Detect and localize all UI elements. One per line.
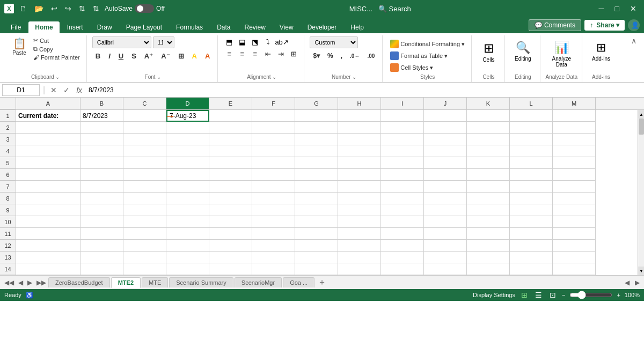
analyze-data-btn[interactable]: 📊 AnalyzeData [548,39,576,70]
addins-btn[interactable]: ⊞ Add-ins [588,39,614,64]
cell-m1[interactable] [553,110,596,122]
tab-data[interactable]: Data [210,21,237,33]
cancel-formula-btn[interactable]: ✕ [48,85,59,95]
zoom-slider[interactable] [569,291,612,299]
cell-b11[interactable] [80,228,123,240]
cell-e1[interactable] [209,110,252,122]
cell-m13[interactable] [553,252,596,263]
comments-btn[interactable]: 💬 Comments [529,19,581,31]
currency-btn[interactable]: $▾ [310,50,323,62]
cell-g7[interactable] [295,181,338,193]
paste-btn[interactable]: 📋 Paste [9,36,30,57]
align-right-btn[interactable]: ≡ [249,48,261,59]
cell-l13[interactable] [510,252,553,263]
cell-g9[interactable] [295,204,338,216]
cell-j12[interactable] [424,240,467,252]
qat-new-btn[interactable]: 🗋 [17,3,29,14]
cut-btn[interactable]: ✂ Cut [31,36,82,45]
scroll-track[interactable] [638,119,644,267]
cell-j6[interactable] [424,169,467,181]
formula-input[interactable]: 8/7/2023 [86,85,642,95]
row-header-10[interactable]: 10 [0,216,16,228]
cell-c9[interactable] [123,204,166,216]
cell-b14[interactable] [80,263,123,275]
cell-a6[interactable] [16,169,80,181]
align-left-btn[interactable]: ≡ [223,48,235,59]
cell-b13[interactable] [80,252,123,263]
cell-e10[interactable] [209,216,252,228]
cell-c8[interactable] [123,193,166,204]
cell-c3[interactable] [123,134,166,145]
increase-indent-btn[interactable]: ⇥ [275,48,287,59]
cell-l1[interactable] [510,110,553,122]
cell-k6[interactable] [467,169,510,181]
cell-i13[interactable] [381,252,424,263]
cell-a8[interactable] [16,193,80,204]
cell-e4[interactable] [209,145,252,157]
cell-k10[interactable] [467,216,510,228]
cell-i12[interactable] [381,240,424,252]
sheet-tab-mte[interactable]: MTE [142,277,168,287]
autosave-toggle[interactable]: AutoSave Off [105,4,165,13]
font-expand-icon[interactable]: ⌄ [157,74,161,80]
cell-e3[interactable] [209,134,252,145]
cell-e6[interactable] [209,169,252,181]
cell-b7[interactable] [80,181,123,193]
cell-b9[interactable] [80,204,123,216]
cell-e14[interactable] [209,263,252,275]
align-top-btn[interactable]: ⬒ [223,36,235,47]
cell-i14[interactable] [381,263,424,275]
col-header-l[interactable]: L [510,98,553,109]
sheet-tab-zerobasedbudget[interactable]: ZeroBasedBudget [48,277,110,287]
cell-m10[interactable] [553,216,596,228]
minimize-btn[interactable]: ─ [596,4,608,13]
cell-m6[interactable] [553,169,596,181]
cell-m7[interactable] [553,181,596,193]
cell-i3[interactable] [381,134,424,145]
cell-a9[interactable] [16,204,80,216]
col-header-d[interactable]: D [166,98,209,109]
cell-j10[interactable] [424,216,467,228]
cell-f10[interactable] [252,216,295,228]
tab-scroll-right[interactable]: ▶ [633,278,642,287]
tab-prev-btn[interactable]: ◀ [16,278,25,287]
align-center-btn[interactable]: ≡ [236,48,248,59]
cell-h3[interactable] [338,134,381,145]
cell-l12[interactable] [510,240,553,252]
cell-l8[interactable] [510,193,553,204]
font-color-btn[interactable]: A [202,50,213,62]
col-header-c[interactable]: C [123,98,166,109]
row-header-6[interactable]: 6 [0,169,16,181]
cell-a5[interactable] [16,157,80,169]
col-header-m[interactable]: M [553,98,596,109]
cell-j5[interactable] [424,157,467,169]
decrease-size-btn[interactable]: A⁻ [158,50,173,62]
maximize-btn[interactable]: □ [612,4,623,13]
tab-view[interactable]: View [273,21,300,33]
cell-c1[interactable]: → [123,110,166,122]
cell-a7[interactable] [16,181,80,193]
cell-m8[interactable] [553,193,596,204]
col-header-b[interactable]: B [80,98,123,109]
cell-d2[interactable] [166,122,209,134]
qat-sort1-btn[interactable]: ⇅ [77,3,87,14]
row-header-14[interactable]: 14 [0,263,16,275]
cell-a11[interactable] [16,228,80,240]
conditional-formatting-btn[interactable]: Conditional Formatting ▾ [388,39,467,49]
decrease-indent-btn[interactable]: ⇤ [262,48,274,59]
cell-j4[interactable] [424,145,467,157]
copy-btn[interactable]: ⧉ Copy [31,45,82,53]
qat-open-btn[interactable]: 📂 [32,3,46,14]
cell-i1[interactable] [381,110,424,122]
tab-next-btn[interactable]: ▶ [25,278,34,287]
row-header-4[interactable]: 4 [0,145,16,157]
display-settings-label[interactable]: Display Settings [473,292,515,298]
wrap-text-btn[interactable]: ⤵ [262,36,274,47]
cell-j11[interactable] [424,228,467,240]
ribbon-profile-btn[interactable]: 👤 [628,19,640,31]
cell-d5[interactable] [166,157,209,169]
cell-m3[interactable] [553,134,596,145]
cell-m12[interactable] [553,240,596,252]
cell-a4[interactable] [16,145,80,157]
row-header-2[interactable]: 2 [0,122,16,134]
